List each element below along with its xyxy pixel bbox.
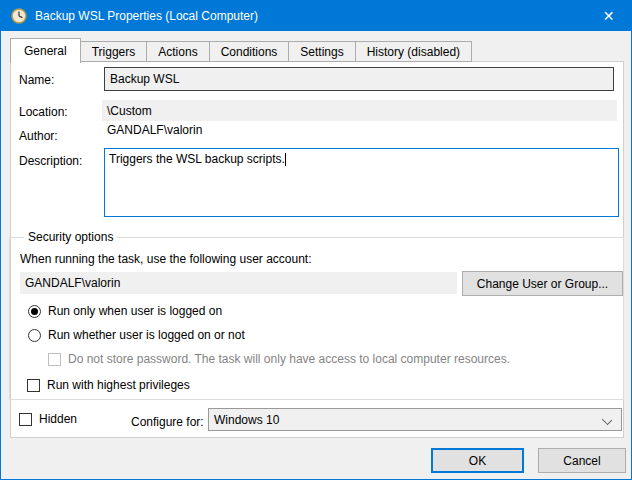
configure-for-label: Configure for: bbox=[131, 415, 204, 429]
security-options-group: Security options When running the task, … bbox=[9, 237, 624, 400]
security-options-label: Security options bbox=[24, 230, 117, 244]
user-account-value: GANDALF\valorin bbox=[25, 276, 120, 290]
name-input[interactable]: Backup WSL bbox=[104, 67, 614, 91]
description-textarea[interactable]: Triggers the WSL backup scripts. bbox=[104, 148, 619, 217]
task-scheduler-clock-icon bbox=[11, 8, 27, 24]
tab-actions[interactable]: Actions bbox=[147, 41, 209, 62]
tab-history[interactable]: History (disabled) bbox=[356, 41, 472, 62]
checkbox-unchecked-icon bbox=[27, 379, 40, 392]
radio-selected-icon bbox=[28, 305, 41, 318]
change-user-button[interactable]: Change User or Group... bbox=[462, 271, 623, 296]
tab-conditions[interactable]: Conditions bbox=[210, 41, 290, 62]
checkbox-do-not-store-password: Do not store password. The task will onl… bbox=[48, 352, 510, 366]
name-label: Name: bbox=[19, 73, 54, 87]
window-title: Backup WSL Properties (Local Computer) bbox=[35, 9, 258, 23]
author-label: Author: bbox=[19, 129, 58, 143]
description-label: Description: bbox=[19, 154, 82, 168]
properties-dialog: Backup WSL Properties (Local Computer) ✕… bbox=[0, 0, 632, 480]
title-bar: Backup WSL Properties (Local Computer) ✕ bbox=[1, 1, 631, 31]
checkbox-hidden[interactable]: Hidden bbox=[19, 412, 77, 426]
location-label: Location: bbox=[19, 105, 68, 119]
checkbox-run-highest-privileges[interactable]: Run with highest privileges bbox=[27, 378, 190, 392]
checkbox-unchecked-icon bbox=[19, 413, 32, 426]
tab-triggers[interactable]: Triggers bbox=[81, 41, 148, 62]
name-value: Backup WSL bbox=[110, 72, 179, 86]
radio-run-logged-on[interactable]: Run only when user is logged on bbox=[28, 304, 222, 318]
author-value: GANDALF\valorin bbox=[107, 123, 202, 137]
dialog-button-bar: OK Cancel bbox=[1, 439, 631, 480]
radio-run-whether-logged-on[interactable]: Run whether user is logged on or not bbox=[28, 328, 245, 342]
tab-strip: General Triggers Actions Conditions Sett… bbox=[10, 38, 472, 62]
account-prompt: When running the task, use the following… bbox=[20, 252, 312, 266]
location-value: \Custom bbox=[107, 104, 152, 118]
configure-for-value: Windows 10 bbox=[214, 413, 279, 427]
location-field: \Custom bbox=[102, 100, 617, 121]
configure-for-dropdown[interactable]: Windows 10 bbox=[208, 408, 622, 431]
tab-general[interactable]: General bbox=[10, 38, 81, 63]
description-value: Triggers the WSL backup scripts. bbox=[109, 152, 285, 166]
chevron-down-icon bbox=[603, 416, 611, 424]
close-button[interactable]: ✕ bbox=[586, 1, 631, 31]
close-icon: ✕ bbox=[603, 8, 615, 24]
tab-settings[interactable]: Settings bbox=[289, 41, 355, 62]
text-caret bbox=[285, 153, 286, 166]
user-account-field: GANDALF\valorin bbox=[20, 272, 457, 294]
cancel-button[interactable]: Cancel bbox=[538, 448, 626, 473]
radio-unselected-icon bbox=[28, 329, 41, 342]
checkbox-disabled-icon bbox=[48, 353, 61, 366]
ok-button[interactable]: OK bbox=[431, 448, 524, 473]
